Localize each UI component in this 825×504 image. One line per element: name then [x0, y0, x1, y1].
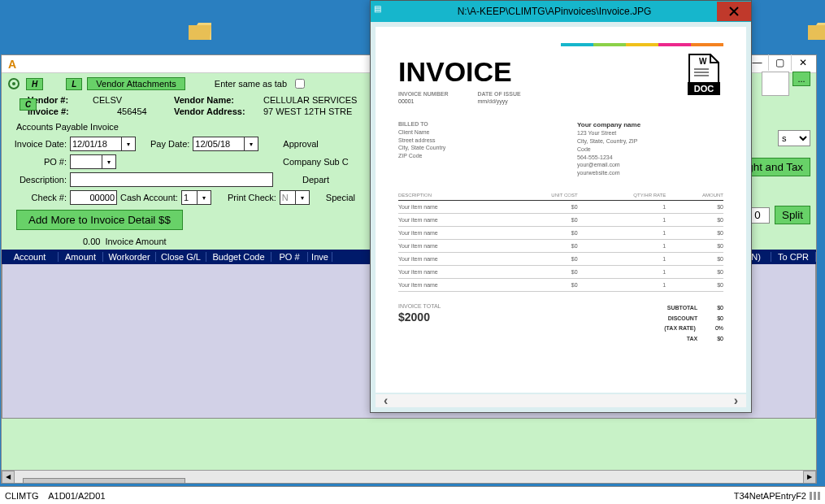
- desktop-folder-icon[interactable]: [806, 19, 825, 43]
- c-button[interactable]: C: [20, 98, 37, 111]
- invoice-total-amount: $2000: [398, 311, 664, 324]
- invoice-line-item: Your item name$01$0: [398, 200, 723, 213]
- status-left-1: CLIMTG: [5, 491, 39, 501]
- app-icon: A: [5, 57, 20, 72]
- check-label: Check #:: [7, 193, 70, 202]
- mini-preview-thumbnail: [762, 72, 789, 96]
- col-inve: Inve: [308, 252, 332, 262]
- status-left-2: A1D01/A2D01: [48, 491, 105, 501]
- vendor-name-value: CELLULAR SERVICES: [263, 95, 357, 105]
- check-input[interactable]: [70, 190, 117, 205]
- special-label: Special: [326, 193, 355, 202]
- po-dropdown[interactable]: ▾: [102, 154, 116, 169]
- doc-meta: DATE OF ISSUEmm/dd/yyyy: [477, 91, 520, 104]
- invoice-amount-label: Invoice Amount: [105, 237, 166, 246]
- description-input[interactable]: [70, 172, 273, 187]
- invoice-line-item: Your item name$01$0: [398, 252, 723, 265]
- po-label: PO #:: [7, 157, 70, 167]
- invoice-date-input[interactable]: [70, 137, 122, 151]
- invoice-date-dropdown[interactable]: ▾: [121, 137, 136, 151]
- preview-next-button[interactable]: ›: [726, 393, 746, 408]
- invoice-heading: INVOICE: [398, 56, 723, 88]
- svg-text:DOC: DOC: [694, 84, 714, 93]
- right-select[interactable]: s: [778, 130, 810, 146]
- invoice-amount-value: 0.00: [83, 237, 100, 246]
- doc-meta: INVOICE NUMBER00001: [398, 91, 448, 104]
- print-check-input[interactable]: [280, 190, 296, 205]
- horizontal-scrollbar[interactable]: ◀ ▶: [2, 470, 816, 483]
- scroll-left-button[interactable]: ◀: [2, 471, 15, 484]
- invoice-line-item: Your item name$01$0: [398, 278, 723, 291]
- gear-icon[interactable]: [7, 76, 21, 91]
- po-input[interactable]: [70, 154, 102, 169]
- enter-same-checkbox[interactable]: [295, 79, 305, 89]
- pay-date-input[interactable]: [193, 137, 245, 151]
- print-check-dropdown[interactable]: ▾: [295, 190, 310, 205]
- vendor-address-value: 97 WEST 12TH STRE: [263, 106, 352, 116]
- cash-account-input[interactable]: [181, 190, 198, 205]
- preview-title: N:\A-KEEP\CLIMTG\APinvoices\Invoice.JPG: [392, 6, 717, 17]
- image-preview-window: ▤ N:\A-KEEP\CLIMTG\APinvoices\Invoice.JP…: [370, 0, 752, 413]
- doc-file-icon: DOCW: [684, 53, 723, 98]
- win-close-button[interactable]: ✕: [791, 54, 814, 71]
- invoice-line-item: Your item name$01$0: [398, 265, 723, 278]
- desktop-folder-icon[interactable]: [187, 19, 213, 43]
- cash-account-dropdown[interactable]: ▾: [197, 190, 211, 205]
- scroll-right-button[interactable]: ▶: [803, 471, 816, 484]
- depart-label: Depart: [302, 175, 329, 185]
- enter-same-label: Enter same as tab: [215, 79, 287, 89]
- pay-date-label: Pay Date:: [150, 139, 189, 149]
- add-more-button[interactable]: Add More to Invoice Detail $$: [16, 210, 183, 230]
- col-workorder: Workorder: [103, 252, 156, 262]
- invoice-document: DOCW INVOICE INVOICE NUMBER00001DATE OF …: [376, 27, 746, 393]
- invoice-line-item: Your item name$01$0: [398, 213, 723, 226]
- status-right: T34NetAPEntryF2: [734, 491, 806, 501]
- vendor-address-label: Vendor Address:: [174, 106, 263, 116]
- col-amount: Amount: [59, 252, 103, 262]
- invoice-num-label: Invoice #:: [28, 106, 93, 116]
- split-button[interactable]: Split: [775, 206, 810, 224]
- invoice-date-label: Invoice Date:: [7, 139, 70, 149]
- company-sub-label: Company Sub C: [283, 157, 349, 167]
- svg-point-1: [12, 82, 15, 85]
- vendor-attachments-button[interactable]: Vendor Attachments: [87, 77, 185, 90]
- description-label: Description:: [7, 175, 70, 185]
- status-bar: CLIMTG A1D01/A2D01 T34NetAPEntryF2: [0, 486, 825, 504]
- mini-preview-expand-button[interactable]: ...: [792, 72, 810, 86]
- col-budget: Budget Code: [206, 252, 271, 262]
- col-account: Account: [2, 252, 59, 262]
- invoice-total-label: INVOICE TOTAL: [398, 303, 664, 309]
- vendor-name-label: Vendor Name:: [174, 95, 263, 105]
- scroll-thumb[interactable]: [23, 478, 185, 484]
- approval-label: Approval: [283, 139, 318, 149]
- l-button[interactable]: L: [66, 78, 82, 90]
- win-maximize-button[interactable]: ▢: [768, 54, 791, 71]
- pay-date-dropdown[interactable]: ▾: [244, 137, 258, 151]
- col-closegl: Close G/L: [156, 252, 206, 262]
- h-button[interactable]: H: [26, 78, 43, 90]
- preview-prev-button[interactable]: ‹: [376, 393, 396, 408]
- vendor-num-label: Vendor #:: [28, 95, 93, 105]
- preview-app-icon: ▤: [374, 4, 389, 19]
- col-po: PO #: [271, 252, 308, 262]
- print-check-label: Print Check:: [228, 193, 276, 202]
- preview-titlebar[interactable]: ▤ N:\A-KEEP\CLIMTG\APinvoices\Invoice.JP…: [371, 1, 751, 22]
- invoice-line-item: Your item name$01$0: [398, 226, 723, 239]
- preview-close-button[interactable]: [717, 2, 751, 21]
- col-cpr: To CPR: [771, 252, 816, 262]
- vendor-num-value: CELSV: [93, 95, 174, 105]
- invoice-num-value: 456454: [93, 106, 174, 116]
- svg-text:W: W: [699, 57, 707, 66]
- cash-account-label: Cash Account:: [120, 193, 178, 202]
- invoice-line-item: Your item name$01$0: [398, 239, 723, 252]
